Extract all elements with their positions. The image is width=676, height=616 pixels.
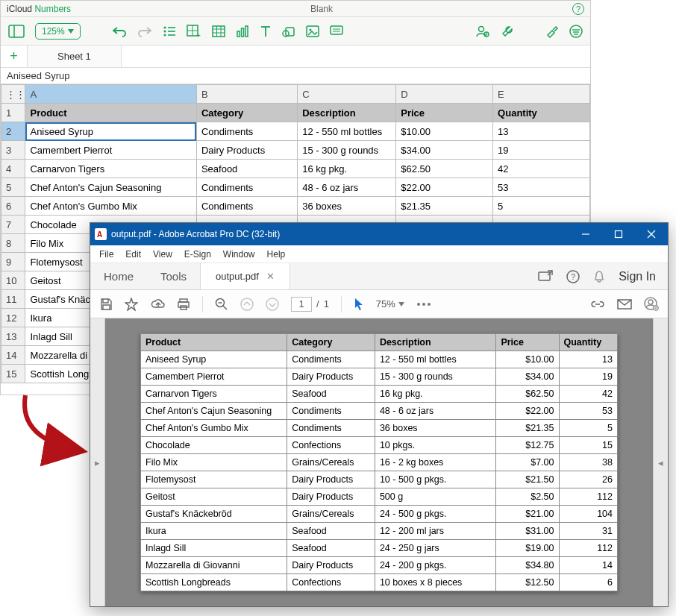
cell[interactable]: $10.00	[396, 122, 493, 141]
shape-icon[interactable]	[282, 25, 295, 37]
cell[interactable]: 12 - 550 ml bottles	[298, 122, 396, 141]
cell[interactable]: Condiments	[196, 197, 297, 216]
row-12[interactable]: 12	[1, 309, 25, 327]
cell[interactable]: 5	[493, 197, 590, 216]
format-brush-icon[interactable]	[545, 25, 559, 38]
help-icon[interactable]: ?	[572, 3, 584, 15]
menu-window[interactable]: Window	[223, 249, 255, 260]
cloud-upload-icon[interactable]	[150, 298, 165, 310]
right-rail-toggle[interactable]: ◂	[653, 318, 668, 606]
zoom-out-icon[interactable]	[215, 298, 228, 311]
header-cell[interactable]: Category	[196, 104, 297, 122]
cell[interactable]: Aniseed Syrup	[25, 122, 196, 141]
header-cell[interactable]: Quantity	[493, 104, 590, 122]
row-9[interactable]: 9	[1, 253, 25, 271]
close-tab-icon[interactable]: ✕	[266, 271, 275, 282]
undo-icon[interactable]	[112, 25, 127, 37]
row-1[interactable]: 1	[1, 104, 25, 122]
collaborate-icon[interactable]	[475, 25, 490, 38]
row-13[interactable]: 13	[1, 327, 25, 346]
menu-view[interactable]: View	[153, 249, 172, 260]
more-icon[interactable]	[416, 302, 431, 307]
cell[interactable]: 15 - 300 g rounds	[298, 141, 396, 160]
nav-tools[interactable]: Tools	[147, 263, 200, 289]
row-6[interactable]: 6	[1, 197, 25, 216]
table-icon[interactable]	[212, 25, 225, 37]
insert-table-icon[interactable]: +	[187, 25, 201, 38]
select-all-corner[interactable]: ⋮⋮	[1, 85, 25, 104]
row-14[interactable]: 14	[1, 346, 25, 365]
page-viewport[interactable]: Product Category Description Price Quant…	[105, 318, 653, 606]
cell[interactable]: Camembert Pierrot	[25, 141, 196, 160]
cell[interactable]: Chef Anton's Cajun Seasoning	[25, 178, 196, 197]
cell[interactable]: 19	[493, 141, 590, 160]
maximize-button[interactable]	[602, 223, 635, 245]
acrobat-titlebar[interactable]: A output.pdf - Adobe Acrobat Pro DC (32-…	[90, 223, 668, 245]
cell[interactable]: Carnarvon Tigers	[25, 160, 196, 178]
row-7[interactable]: 7	[1, 216, 25, 234]
row-15[interactable]: 15	[1, 365, 25, 383]
view-panel-icon[interactable]	[8, 25, 25, 38]
wrench-icon[interactable]	[501, 25, 514, 38]
cell[interactable]: $62.50	[396, 160, 493, 178]
cell[interactable]: 48 - 6 oz jars	[298, 178, 396, 197]
header-cell[interactable]: Price	[396, 104, 493, 122]
text-icon[interactable]	[260, 25, 272, 38]
cell[interactable]: Condiments	[196, 122, 297, 141]
col-A[interactable]: A	[25, 85, 196, 104]
nav-home[interactable]: Home	[90, 263, 147, 289]
row-2[interactable]: 2	[1, 122, 25, 141]
row-10[interactable]: 10	[1, 271, 25, 290]
cell[interactable]: $34.00	[396, 141, 493, 160]
page-current-input[interactable]: 1	[291, 297, 312, 312]
menu-file[interactable]: File	[99, 249, 113, 260]
zoom-select[interactable]: 125%	[35, 23, 81, 40]
row-4[interactable]: 4	[1, 160, 25, 178]
header-cell[interactable]: Description	[298, 104, 396, 122]
star-icon[interactable]	[125, 298, 138, 311]
header-cell[interactable]: Product	[25, 104, 196, 122]
cell[interactable]: 36 boxes	[298, 197, 396, 216]
col-D[interactable]: D	[396, 85, 493, 104]
screen-share-icon[interactable]	[538, 270, 553, 283]
chart-icon[interactable]	[236, 25, 249, 37]
organize-icon[interactable]	[569, 25, 583, 38]
formula-bar[interactable]: Aniseed Syrup	[1, 68, 590, 84]
sign-in-button[interactable]: Sign In	[619, 270, 656, 283]
menu-edit[interactable]: Edit	[125, 249, 141, 260]
minimize-button[interactable]	[569, 223, 602, 245]
cell[interactable]: 16 kg pkg.	[298, 160, 396, 178]
cell[interactable]: Condiments	[196, 178, 297, 197]
col-E[interactable]: E	[493, 85, 590, 104]
row-5[interactable]: 5	[1, 178, 25, 197]
row-8[interactable]: 8	[1, 234, 25, 253]
cell[interactable]: 13	[493, 122, 590, 141]
row-11[interactable]: 11	[1, 290, 25, 309]
add-sheet-button[interactable]: +	[1, 45, 28, 67]
sheet-tab-1[interactable]: Sheet 1	[28, 45, 122, 67]
print-icon[interactable]	[177, 298, 190, 311]
close-button[interactable]	[635, 223, 668, 245]
cell[interactable]: Chef Anton's Gumbo Mix	[25, 197, 196, 216]
list-icon[interactable]	[163, 25, 176, 37]
zoom-dropdown[interactable]: 75%	[376, 298, 404, 309]
save-icon[interactable]	[99, 298, 113, 311]
row-3[interactable]: 3	[1, 141, 25, 160]
cell[interactable]: Seafood	[196, 160, 297, 178]
cell[interactable]: Dairy Products	[196, 141, 297, 160]
account-icon[interactable]	[644, 297, 659, 312]
cell[interactable]: 42	[493, 160, 590, 178]
email-icon[interactable]	[617, 299, 632, 309]
left-rail-toggle[interactable]: ▸	[90, 318, 105, 606]
pointer-icon[interactable]	[354, 298, 364, 311]
bell-icon[interactable]	[593, 270, 605, 283]
col-B[interactable]: B	[196, 85, 297, 104]
col-C[interactable]: C	[298, 85, 396, 104]
menu-help[interactable]: Help	[267, 249, 286, 260]
cell[interactable]: 53	[493, 178, 590, 197]
menu-esign[interactable]: E-Sign	[184, 249, 211, 260]
comment-icon[interactable]	[330, 25, 343, 37]
cell[interactable]: $21.35	[396, 197, 493, 216]
share-link-icon[interactable]	[590, 298, 605, 310]
cell[interactable]: $22.00	[396, 178, 493, 197]
